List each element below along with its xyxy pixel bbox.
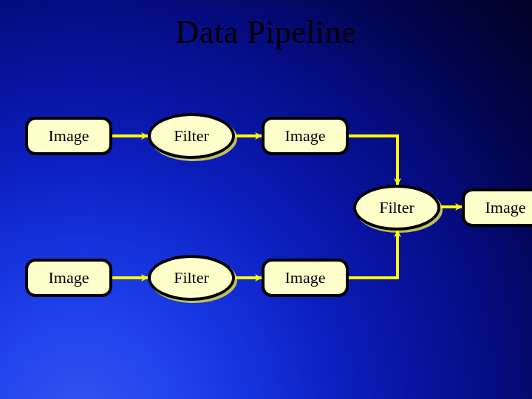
node-label: Image bbox=[285, 268, 326, 287]
node-image-1: Image bbox=[25, 117, 112, 155]
node-filter-1: Filter bbox=[148, 113, 235, 159]
node-label: Filter bbox=[174, 126, 209, 146]
node-filter-3: Filter bbox=[148, 255, 235, 301]
arrows-layer bbox=[0, 0, 532, 399]
node-filter-2: Filter bbox=[353, 185, 440, 231]
node-label: Image bbox=[285, 126, 326, 146]
oval-face: Filter bbox=[148, 255, 235, 301]
node-label: Image bbox=[49, 268, 89, 287]
node-image-4: Image bbox=[25, 259, 112, 297]
node-label: Filter bbox=[379, 198, 415, 217]
slide: Data Pipeline Image Filter Image Filter … bbox=[0, 0, 532, 399]
node-label: Filter bbox=[174, 268, 209, 287]
node-image-3: Image bbox=[462, 188, 532, 227]
node-label: Image bbox=[49, 126, 89, 146]
node-image-5: Image bbox=[262, 259, 349, 297]
node-label: Image bbox=[485, 198, 526, 217]
slide-title: Data Pipeline bbox=[0, 13, 532, 51]
oval-face: Filter bbox=[353, 185, 440, 231]
oval-face: Filter bbox=[148, 113, 235, 159]
node-image-2: Image bbox=[262, 117, 349, 155]
